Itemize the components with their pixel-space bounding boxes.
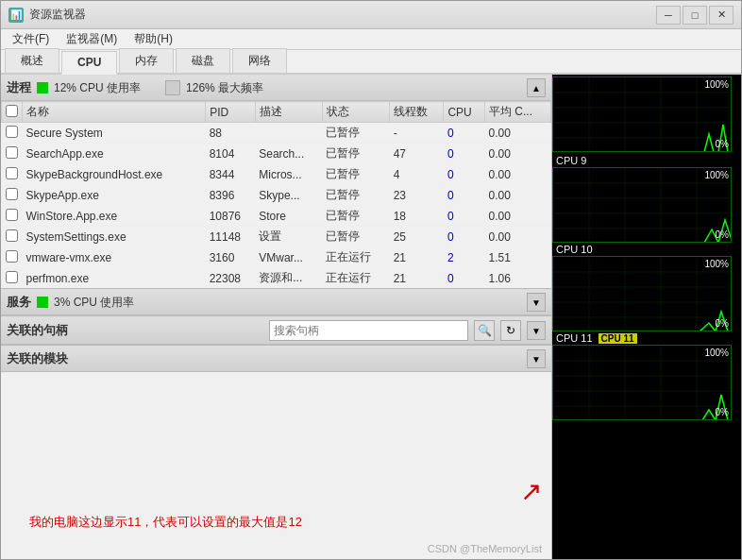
main-window: 📊 资源监视器 ─ □ ✕ 文件(F) 监视器(M) 帮助(H) 概述 CPU …	[0, 0, 742, 560]
row-status: 已暂停	[322, 164, 389, 185]
row-cpu: 0	[444, 268, 485, 289]
tab-network[interactable]: 网络	[232, 48, 287, 73]
close-button[interactable]: ✕	[709, 6, 734, 25]
process-table-container[interactable]: 名称 PID 描述 状态 线程数 CPU 平均 C... Secure Syst…	[1, 101, 551, 288]
handles-section-header[interactable]: 关联的句柄 🔍 ↻ ▼	[1, 316, 551, 345]
col-status[interactable]: 状态	[322, 102, 389, 123]
cpu-graph-0: 100% 0%	[552, 75, 741, 154]
graph-10-bot-pct: 0%	[716, 318, 729, 329]
cpu10-label: CPU 10	[552, 243, 741, 256]
select-all-checkbox[interactable]	[6, 105, 18, 117]
row-checkbox-cell[interactable]	[2, 206, 23, 227]
cpu-graph-canvas-9: 100% 0%	[552, 167, 732, 243]
menu-file[interactable]: 文件(F)	[5, 29, 57, 49]
modules-title: 关联的模块	[7, 350, 68, 367]
tab-overview[interactable]: 概述	[5, 48, 59, 73]
row-status: 已暂停	[322, 206, 389, 227]
row-threads: 23	[390, 185, 444, 206]
handles-search-button[interactable]: 🔍	[474, 320, 495, 341]
table-row[interactable]: SkypeApp.exe 8396 Skype... 已暂停 23 0 0.00	[2, 185, 551, 206]
row-checkbox-cell[interactable]	[2, 268, 23, 289]
modules-section-header[interactable]: 关联的模块 ▼	[1, 346, 551, 372]
handles-refresh-button[interactable]: ↻	[500, 320, 521, 341]
graph-11-top-pct: 100%	[704, 348, 729, 358]
row-threads: 25	[390, 227, 444, 247]
process-title: 进程	[7, 79, 31, 96]
row-pid: 8344	[206, 164, 256, 185]
cpu-graph-canvas-10: 100% 0%	[552, 256, 732, 331]
row-pid: 88	[206, 123, 256, 144]
right-panel[interactable]: 100% 0% CPU 9	[552, 75, 741, 559]
cpu11-label-bar: CPU 11CPU 11	[552, 331, 741, 345]
table-row[interactable]: vmware-vmx.exe 3160 VMwar... 正在运行 21 2 1…	[2, 247, 551, 268]
table-row[interactable]: WinStore.App.exe 10876 Store 已暂停 18 0 0.…	[2, 206, 551, 227]
row-pid: 22308	[206, 268, 256, 289]
title-bar: 📊 资源监视器 ─ □ ✕	[1, 1, 741, 29]
row-checkbox-cell[interactable]	[2, 247, 23, 268]
row-desc: Micros...	[255, 164, 322, 185]
process-table: 名称 PID 描述 状态 线程数 CPU 平均 C... Secure Syst…	[1, 101, 551, 288]
row-desc: 资源和...	[255, 268, 322, 289]
col-cpu[interactable]: CPU	[444, 102, 485, 123]
menu-monitor[interactable]: 监视器(M)	[59, 29, 125, 49]
table-row[interactable]: SearchApp.exe 8104 Search... 已暂停 47 0 0.…	[2, 144, 551, 164]
row-checkbox-cell[interactable]	[2, 227, 23, 247]
row-pid: 3160	[206, 247, 256, 268]
services-section-header[interactable]: 服务 3% CPU 使用率 ▼	[1, 289, 551, 315]
menu-help[interactable]: 帮助(H)	[126, 29, 180, 49]
row-checkbox-cell[interactable]	[2, 144, 23, 164]
col-name[interactable]: 名称	[23, 102, 206, 123]
col-pid[interactable]: PID	[206, 102, 256, 123]
row-checkbox-cell[interactable]	[2, 123, 23, 144]
row-pid: 11148	[206, 227, 256, 247]
row-name: SkypeApp.exe	[23, 185, 206, 206]
row-status: 已暂停	[322, 144, 389, 164]
row-desc	[255, 123, 322, 144]
table-row[interactable]: SystemSettings.exe 11148 设置 已暂停 25 0 0.0…	[2, 227, 551, 247]
row-cpu: 0	[444, 185, 485, 206]
table-row[interactable]: Secure System 88 已暂停 - 0 0.00	[2, 123, 551, 144]
window-controls: ─ □ ✕	[656, 6, 734, 25]
col-threads[interactable]: 线程数	[390, 102, 444, 123]
graph-9-bot-pct: 0%	[716, 229, 729, 240]
tab-disk[interactable]: 磁盘	[176, 48, 230, 73]
graph-9-top-pct: 100%	[704, 170, 729, 180]
minimize-button[interactable]: ─	[656, 6, 681, 25]
row-checkbox-cell[interactable]	[2, 164, 23, 185]
tab-memory[interactable]: 内存	[119, 48, 174, 73]
table-row[interactable]: SkypeBackgroundHost.exe 8344 Micros... 已…	[2, 164, 551, 185]
table-header-row: 名称 PID 描述 状态 线程数 CPU 平均 C...	[2, 102, 551, 123]
annotation-arrow: ↗	[520, 476, 542, 507]
row-threads: 4	[390, 164, 444, 185]
row-cpu: 2	[444, 247, 485, 268]
row-pid: 8104	[206, 144, 256, 164]
process-expand-button[interactable]: ▲	[527, 78, 546, 97]
left-panel: 进程 12% CPU 使用率 126% 最大频率 ▲ 名称 PID 描述	[1, 75, 552, 559]
row-checkbox-cell[interactable]	[2, 185, 23, 206]
modules-expand-button[interactable]: ▼	[527, 349, 546, 368]
maximize-button[interactable]: □	[683, 6, 707, 25]
cpu-indicator	[37, 82, 48, 93]
process-max-freq: 126% 最大频率	[186, 80, 263, 96]
row-threads: 21	[390, 268, 444, 289]
row-avg: 0.00	[485, 185, 551, 206]
col-avg[interactable]: 平均 C...	[485, 102, 551, 123]
watermark: CSDN @TheMemoryList	[428, 543, 542, 554]
tab-cpu[interactable]: CPU	[61, 51, 117, 75]
row-name: SkypeBackgroundHost.exe	[23, 164, 206, 185]
services-cpu-usage: 3% CPU 使用率	[54, 295, 134, 311]
row-status: 已暂停	[322, 227, 389, 247]
tab-bar: 概述 CPU 内存 磁盘 网络	[1, 50, 741, 75]
table-row[interactable]: perfmon.exe 22308 资源和... 正在运行 21 0 1.06	[2, 268, 551, 289]
col-checkbox[interactable]	[2, 102, 23, 123]
handles-search-input[interactable]	[269, 320, 468, 341]
services-cpu-indicator	[37, 297, 48, 308]
handles-expand-button[interactable]: ▼	[527, 321, 546, 340]
row-threads: 18	[390, 206, 444, 227]
row-name: SystemSettings.exe	[23, 227, 206, 247]
row-threads: 47	[390, 144, 444, 164]
services-expand-button[interactable]: ▼	[527, 293, 546, 312]
row-status: 正在运行	[322, 268, 389, 289]
col-desc[interactable]: 描述	[255, 102, 322, 123]
process-section-header[interactable]: 进程 12% CPU 使用率 126% 最大频率 ▲	[1, 75, 551, 101]
